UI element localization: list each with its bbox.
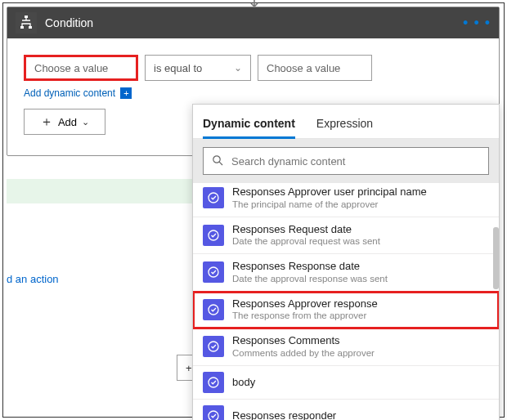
approvals-icon bbox=[203, 261, 224, 283]
tab-dynamic-content[interactable]: Dynamic content bbox=[203, 117, 295, 138]
svg-line-5 bbox=[219, 162, 222, 165]
svg-point-8 bbox=[209, 267, 218, 277]
list-item[interactable]: Responses CommentsComments added by the … bbox=[193, 328, 499, 366]
chevron-down-icon: ⌄ bbox=[234, 62, 242, 74]
search-icon bbox=[212, 154, 223, 168]
svg-point-10 bbox=[209, 342, 218, 351]
approvals-icon bbox=[203, 372, 224, 393]
svg-point-6 bbox=[209, 193, 218, 203]
add-button[interactable]: ＋ Add ⌄ bbox=[24, 109, 105, 135]
dynamic-content-popup: Dynamic content Expression Responses App… bbox=[192, 104, 500, 420]
plus-icon: ＋ bbox=[40, 115, 53, 128]
list-item[interactable]: Responses responder bbox=[193, 400, 499, 420]
value2-input[interactable]: Choose a value bbox=[258, 55, 372, 81]
chevron-down-icon: ⌄ bbox=[82, 117, 89, 127]
svg-rect-2 bbox=[20, 26, 24, 29]
condition-menu-button[interactable]: • • • bbox=[463, 15, 491, 32]
search-field[interactable] bbox=[231, 155, 480, 168]
approvals-icon bbox=[203, 187, 224, 208]
list-item[interactable]: Responses Approver user principal nameTh… bbox=[193, 183, 499, 217]
add-dynamic-content-link[interactable]: Add dynamic content + bbox=[24, 87, 482, 99]
dynamic-content-list[interactable]: Responses Approver user principal nameTh… bbox=[193, 183, 499, 420]
svg-point-11 bbox=[209, 378, 218, 387]
list-item[interactable]: Responses Request dateDate the approval … bbox=[193, 217, 499, 255]
svg-point-12 bbox=[209, 411, 218, 420]
tab-expression[interactable]: Expression bbox=[316, 117, 373, 138]
add-an-action-link-clipped[interactable]: d an action bbox=[7, 273, 59, 285]
fx-plus-icon: + bbox=[120, 87, 132, 99]
value1-input[interactable]: Choose a value bbox=[24, 55, 138, 81]
condition-header[interactable]: Condition • • • bbox=[7, 7, 499, 38]
scrollbar-thumb[interactable] bbox=[493, 227, 499, 289]
svg-point-4 bbox=[213, 155, 220, 162]
svg-point-9 bbox=[209, 305, 218, 315]
operator-select[interactable]: is equal to ⌄ bbox=[145, 55, 251, 81]
approvals-icon bbox=[203, 225, 224, 246]
list-item-approver-response[interactable]: Responses Approver responseThe response … bbox=[193, 292, 499, 329]
approvals-icon bbox=[203, 299, 224, 320]
approvals-icon bbox=[203, 336, 224, 357]
list-item[interactable]: Responses Response dateDate the approval… bbox=[193, 254, 499, 292]
svg-rect-3 bbox=[29, 26, 32, 29]
search-input[interactable] bbox=[203, 147, 489, 175]
condition-title: Condition bbox=[45, 16, 463, 29]
list-item[interactable]: body bbox=[193, 366, 499, 400]
approvals-icon bbox=[203, 405, 224, 420]
svg-point-7 bbox=[209, 230, 218, 240]
condition-icon bbox=[16, 12, 37, 34]
svg-rect-1 bbox=[25, 16, 28, 18]
condition-row: Choose a value is equal to ⌄ Choose a va… bbox=[24, 55, 482, 81]
